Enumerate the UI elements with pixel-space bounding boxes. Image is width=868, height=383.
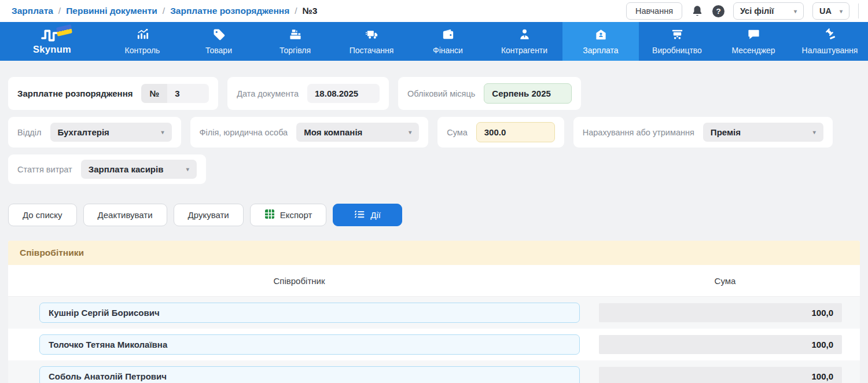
employee-name-input[interactable]: Кушнір Сергій Борисович: [39, 303, 580, 323]
chevron-down-icon: ▾: [794, 8, 797, 14]
cash-register-icon: [289, 28, 302, 43]
nav-item-label: Торгівля: [279, 46, 311, 55]
nav-item-supply[interactable]: Постачання: [333, 22, 410, 61]
accounting-month-input[interactable]: Серпень 2025: [484, 83, 572, 104]
nav-item-label: Контрагенти: [501, 46, 547, 55]
breadcrumb-current: №3: [303, 6, 318, 16]
language-select[interactable]: UA ▾: [812, 2, 849, 20]
export-button-label: Експорт: [280, 210, 312, 220]
notifications-bell-icon[interactable]: [691, 5, 704, 17]
accrual-select[interactable]: Премія ▾: [703, 123, 823, 142]
main-content: Зарплатне розпорядження № 3 Дата докумен…: [0, 61, 868, 383]
chevron-down-icon: ▾: [813, 129, 816, 135]
chevron-down-icon: ▾: [161, 129, 164, 135]
nav-item-salary[interactable]: Зарплата: [562, 22, 639, 61]
ukraine-flag-icon: [56, 24, 72, 36]
topbar-right: Навчання ? Усі філії ▾ UA ▾: [626, 2, 859, 20]
breadcrumb-separator: /: [58, 6, 61, 16]
nav-item-control[interactable]: Контроль: [104, 22, 181, 61]
breadcrumb-link-salary[interactable]: Зарплата: [12, 6, 53, 16]
employee-amount-input[interactable]: 100,0: [599, 303, 842, 322]
deactivate-button[interactable]: Деактивувати: [83, 204, 167, 226]
chevron-down-icon: ▾: [409, 129, 411, 135]
column-header-employee: Співробітник: [8, 276, 590, 286]
accrual-card: Нарахування або утримання Премія ▾: [573, 117, 833, 148]
department-value: Бухгалтерія: [58, 127, 109, 137]
branch-filter-select[interactable]: Усі філії ▾: [733, 2, 804, 20]
nav-item-production[interactable]: Виробництво: [639, 22, 715, 61]
nav-item-label: Виробництво: [652, 46, 702, 55]
employee-amount-input[interactable]: 100,0: [599, 367, 842, 383]
brand-name: Skynum: [33, 44, 71, 55]
table-row: Кушнір Сергій Борисович 100,0: [8, 297, 860, 329]
breadcrumb-link-primary-documents[interactable]: Первинні документи: [66, 6, 157, 16]
nav-item-trade[interactable]: Торгівля: [257, 22, 333, 61]
document-number-input[interactable]: 3: [167, 84, 209, 103]
actions-button[interactable]: Дії: [333, 204, 402, 226]
employee-name-input[interactable]: Толочко Тетяна Миколаївна: [39, 334, 580, 355]
nav-item-label: Контроль: [125, 46, 160, 55]
document-date-label: Дата документа: [237, 89, 299, 98]
factory-icon: [671, 28, 684, 43]
document-title-label: Зарплатне розпорядження: [17, 89, 133, 98]
form-row-1: Зарплатне розпорядження № 3 Дата докумен…: [8, 77, 860, 110]
nav-item-finance[interactable]: Фінанси: [410, 22, 486, 61]
tag-icon: [212, 28, 226, 43]
table-row: Толочко Тетяна Миколаївна 100,0: [8, 329, 860, 360]
breadcrumb-separator: /: [295, 6, 297, 16]
expense-item-card: Стаття витрат Зарплата касирів ▾: [8, 154, 206, 184]
department-card: Відділ Бухгалтерія ▾: [8, 117, 181, 148]
nav-item-label: Постачання: [350, 46, 394, 55]
employees-section-title: Співробітники: [8, 241, 860, 265]
checklist-icon: [354, 210, 365, 220]
training-button[interactable]: Навчання: [626, 2, 682, 20]
skynum-logo[interactable]: Skynum: [0, 22, 104, 61]
export-button[interactable]: Експорт: [250, 204, 327, 226]
language-value: UA: [819, 6, 832, 16]
expense-item-select[interactable]: Зарплата касирів ▾: [81, 160, 197, 179]
document-date-card: Дата документа 18.08.2025: [227, 77, 389, 110]
wallet-icon: [442, 28, 455, 43]
branch-label: Філія, юридична особа: [200, 128, 288, 137]
accounting-month-card: Обліковий місяць Серпень 2025: [398, 77, 581, 110]
nav-item-goods[interactable]: Товари: [181, 22, 257, 61]
actions-button-label: Дії: [370, 210, 381, 220]
document-number-card: Зарплатне розпорядження № 3: [8, 77, 218, 110]
document-number-group: № 3: [141, 84, 209, 103]
branch-select[interactable]: Моя компанія ▾: [296, 123, 419, 142]
sum-label: Сума: [447, 128, 468, 137]
export-table-icon: [264, 209, 275, 221]
branch-value: Моя компанія: [304, 127, 362, 137]
breadcrumb-link-salary-order[interactable]: Зарплатне розпорядження: [170, 6, 289, 16]
nav-item-label: Зарплата: [583, 46, 618, 55]
accrual-value: Премія: [711, 127, 741, 137]
employee-amount-input[interactable]: 100,0: [599, 335, 842, 354]
breadcrumb: Зарплата / Первинні документи / Зарплатн…: [12, 6, 317, 16]
employees-section: Співробітники Співробітник Сума Кушнір С…: [8, 241, 860, 383]
print-button[interactable]: Друкувати: [174, 204, 244, 226]
salary-envelope-icon: [594, 28, 608, 43]
chart-icon: [136, 28, 149, 43]
accounting-month-label: Обліковий місяць: [407, 89, 475, 98]
table-row: Соболь Анатолій Петрович 100,0: [8, 360, 860, 383]
branch-filter-value: Усі філії: [740, 6, 774, 16]
nav-item-contractors[interactable]: Контрагенти: [486, 22, 562, 61]
person-icon: [518, 28, 531, 43]
nav-item-settings[interactable]: Налаштування: [792, 22, 868, 61]
nav-item-messenger[interactable]: Месенджер: [715, 22, 792, 61]
nav-item-label: Товари: [205, 46, 232, 55]
topbar: Зарплата / Первинні документи / Зарплатн…: [0, 0, 868, 22]
employees-table-header: Співробітник Сума: [8, 265, 860, 297]
form-row-3: Стаття витрат Зарплата касирів ▾: [8, 154, 860, 184]
employee-name-input[interactable]: Соболь Анатолій Петрович: [39, 366, 580, 383]
topbar-divider: [858, 3, 859, 19]
expense-item-value: Зарплата касирів: [89, 164, 164, 174]
chevron-down-icon: ▾: [840, 8, 843, 14]
tools-icon: [823, 28, 837, 43]
sum-input[interactable]: 300.0: [476, 122, 555, 142]
document-date-input[interactable]: 18.08.2025: [307, 84, 380, 103]
back-to-list-button[interactable]: До списку: [8, 204, 77, 226]
help-icon[interactable]: ?: [712, 5, 724, 17]
number-prefix-label: №: [141, 84, 167, 103]
department-select[interactable]: Бухгалтерія ▾: [50, 123, 172, 142]
